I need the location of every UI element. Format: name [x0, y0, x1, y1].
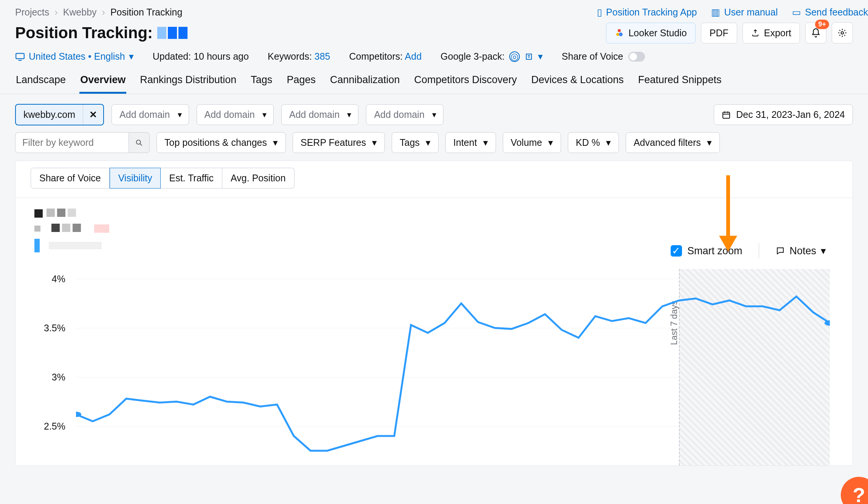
domain-chips-row: kwebby.com ✕ Add domain▾ Add domain▾ Add… — [0, 94, 868, 130]
breadcrumb-current: Position Tracking — [110, 7, 182, 18]
add-domain-button[interactable]: Add domain▾ — [112, 104, 189, 125]
bell-icon — [811, 28, 821, 38]
tab-overview[interactable]: Overview — [79, 72, 126, 94]
position-tracking-app-link[interactable]: ▯Position Tracking App — [597, 7, 697, 18]
checkbox-checked-icon: ✓ — [671, 245, 682, 257]
remove-domain-button[interactable]: ✕ — [83, 105, 103, 125]
monitor-icon — [15, 53, 25, 61]
filter-intent[interactable]: Intent▾ — [445, 132, 496, 153]
competitors-info: Competitors: Add — [349, 51, 422, 62]
search-icon — [135, 139, 143, 147]
chat-icon: ▭ — [792, 7, 801, 18]
chevron-down-icon: ▾ — [129, 51, 134, 62]
chevron-down-icon: ▾ — [372, 137, 377, 148]
keywords-count-link[interactable]: 385 — [315, 51, 330, 62]
chevron-down-icon: ▾ — [821, 245, 826, 257]
add-domain-button[interactable]: Add domain▾ — [281, 104, 358, 125]
breadcrumb-kwebby[interactable]: Kwebby — [63, 7, 97, 18]
add-competitor-link[interactable]: Add — [405, 51, 422, 62]
tab-landscape[interactable]: Landscape — [15, 72, 67, 94]
tab-cannibalization[interactable]: Cannibalization — [329, 72, 401, 94]
y-tick-label: 3% — [52, 372, 65, 383]
main-tabs: LandscapeOverviewRankings DistributionTa… — [0, 72, 868, 94]
chevron-down-icon: ▾ — [538, 51, 543, 62]
filter-tags[interactable]: Tags▾ — [392, 132, 439, 153]
filter-top-positions-changes[interactable]: Top positions & changes▾ — [157, 132, 286, 153]
chevron-right-icon: › — [102, 7, 105, 18]
tab-devices-locations[interactable]: Devices & Locations — [530, 72, 625, 94]
segment-avg-position[interactable]: Avg. Position — [222, 168, 294, 189]
chevron-right-icon: › — [54, 7, 57, 18]
add-domain-button[interactable]: Add domain▾ — [366, 104, 443, 125]
svg-point-3 — [841, 32, 844, 34]
segment-share-of-voice[interactable]: Share of Voice — [31, 168, 110, 189]
help-fab[interactable]: ? — [841, 477, 868, 504]
send-feedback-link[interactable]: ▭Send feedback — [792, 7, 868, 18]
looker-studio-button[interactable]: Looker Studio — [606, 23, 695, 43]
svg-rect-6 — [723, 112, 730, 118]
y-tick-label: 3.5% — [44, 323, 65, 334]
chevron-down-icon: ▾ — [548, 137, 553, 148]
segment-est-traffic[interactable]: Est. Traffic — [161, 168, 222, 189]
top-links: ▯Position Tracking App ▥User manual ▭Sen… — [597, 7, 868, 18]
title-actions: Looker Studio PDF Export 9+ — [606, 22, 853, 43]
y-tick-label: 4% — [52, 274, 65, 284]
updated-info: Updated: 10 hours ago — [153, 51, 249, 62]
domain-chip-kwebby[interactable]: kwebby.com ✕ — [15, 104, 104, 125]
chevron-down-icon: ▾ — [426, 137, 431, 148]
phone-icon: ▯ — [597, 7, 602, 18]
filters-row: Top positions & changes▾SERP Features▾Ta… — [0, 130, 868, 161]
page-title: Position Tracking: — [15, 24, 188, 42]
date-range-picker[interactable]: Dec 31, 2023-Jan 6, 2024 — [714, 104, 853, 125]
svg-point-0 — [618, 29, 621, 32]
filter-advanced-filters[interactable]: Advanced filters▾ — [626, 132, 720, 153]
breadcrumb-projects[interactable]: Projects — [15, 7, 49, 18]
tab-pages[interactable]: Pages — [286, 72, 316, 94]
chevron-down-icon: ▾ — [273, 137, 278, 148]
search-button[interactable] — [129, 132, 150, 153]
filter-volume[interactable]: Volume▾ — [503, 132, 561, 153]
redacted-domain — [157, 27, 188, 39]
svg-point-1 — [616, 33, 619, 36]
svg-point-7 — [136, 140, 141, 144]
segment-visibility[interactable]: Visibility — [110, 168, 161, 189]
toggle-icon — [628, 52, 645, 62]
chevron-down-icon: ▾ — [432, 110, 443, 120]
share-of-voice-toggle[interactable]: Share of Voice — [562, 51, 645, 62]
keyword-filter — [15, 132, 150, 153]
chevron-down-icon: ▾ — [347, 110, 358, 120]
notes-button[interactable]: Notes ▾ — [776, 245, 826, 257]
region-selector[interactable]: United States • English ▾ — [15, 51, 134, 62]
line-chart-svg — [76, 269, 830, 465]
meta-row: United States • English ▾ Updated: 10 ho… — [0, 47, 868, 72]
tab-competitors-discovery[interactable]: Competitors Discovery — [414, 72, 518, 94]
gear-icon — [837, 28, 847, 38]
keywords-info: Keywords: 385 — [268, 51, 330, 62]
calendar-icon — [722, 110, 731, 119]
filter-kd-[interactable]: KD %▾ — [568, 132, 619, 153]
pdf-button[interactable]: PDF — [701, 23, 737, 43]
building-icon — [524, 52, 533, 61]
book-icon: ▥ — [711, 7, 720, 18]
add-domain-button[interactable]: Add domain▾ — [197, 104, 274, 125]
tab-rankings-distribution[interactable]: Rankings Distribution — [139, 72, 237, 94]
note-icon — [776, 246, 785, 255]
user-manual-link[interactable]: ▥User manual — [711, 7, 778, 18]
chevron-down-icon: ▾ — [707, 137, 712, 148]
export-icon — [751, 29, 760, 37]
chevron-down-icon: ▾ — [483, 137, 488, 148]
svg-point-2 — [619, 32, 623, 36]
settings-button[interactable] — [832, 22, 853, 43]
chart-options: ✓ Smart zoom Notes ▾ — [671, 243, 826, 258]
keyword-filter-input[interactable] — [15, 132, 129, 153]
filter-serp-features[interactable]: SERP Features▾ — [293, 132, 385, 153]
export-button[interactable]: Export — [742, 23, 800, 43]
google-3pack[interactable]: Google 3-pack: ◎ ▾ — [440, 51, 543, 62]
chevron-down-icon: ▾ — [606, 137, 611, 148]
tab-tags[interactable]: Tags — [250, 72, 273, 94]
chevron-down-icon: ▾ — [178, 110, 189, 120]
y-tick-label: 2.5% — [44, 421, 65, 432]
pin-icon: ◎ — [509, 51, 520, 62]
notifications-button[interactable]: 9+ — [805, 22, 826, 43]
tab-featured-snippets[interactable]: Featured Snippets — [637, 72, 722, 94]
